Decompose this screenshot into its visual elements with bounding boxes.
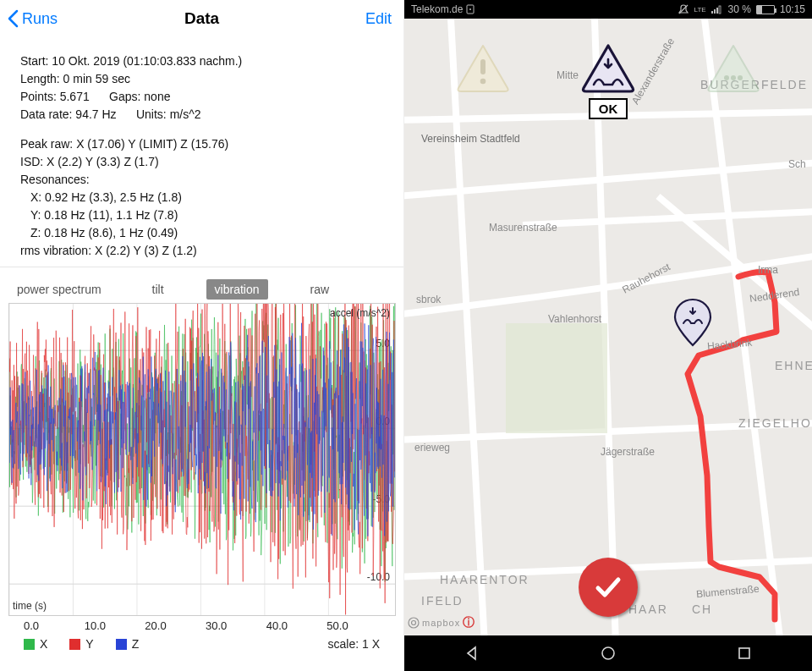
mute-icon xyxy=(678,3,689,15)
svg-point-34 xyxy=(602,647,614,659)
chart-ylabel: accel (m/s^2) xyxy=(330,307,390,319)
map-attribution[interactable]: mapbox ⓘ xyxy=(408,615,475,630)
map-label: EHNE xyxy=(775,359,812,372)
map-canvas[interactable]: BURGERFELDEMitteAlexanderstraßeVereinshe… xyxy=(404,19,812,635)
map-label: sbrok xyxy=(416,294,441,305)
legend-y: Y xyxy=(69,637,93,651)
svg-point-29 xyxy=(724,75,729,80)
info-icon[interactable]: ⓘ xyxy=(463,615,475,630)
svg-point-30 xyxy=(731,75,736,80)
svg-rect-23 xyxy=(480,59,486,74)
route-hazard-pin[interactable] xyxy=(673,298,712,347)
legend-z: Z xyxy=(116,637,140,651)
x-axis-ticks: 0.0 10.0 20.0 30.0 40.0 50.0 xyxy=(8,616,396,632)
svg-rect-20 xyxy=(719,6,721,14)
map-label: Masurenstraße xyxy=(489,222,557,234)
chart-container: accel (m/s^2) time (s) -10.0-5.00.05.0 0… xyxy=(0,303,403,651)
ok-button[interactable]: OK xyxy=(589,98,628,119)
map-label: Jägerstraße xyxy=(601,446,655,458)
svg-rect-17 xyxy=(711,11,713,14)
warning-icon[interactable] xyxy=(455,42,511,93)
data-screen: Runs Data Edit Start: 10 Okt. 2019 (01:1… xyxy=(0,0,404,671)
signal-icon xyxy=(711,4,723,14)
net-label: LTE xyxy=(694,6,706,14)
battery-icon xyxy=(756,5,775,14)
meta-res-y: Y: 0.18 Hz (11), 1.1 Hz (7.8) xyxy=(20,206,383,224)
meta-start: Start: 10 Okt. 2019 (01:10:03.833 nachm.… xyxy=(20,52,383,70)
svg-rect-22 xyxy=(506,323,607,433)
map-screen: Telekom.de LTE 30 % 10:15 xyxy=(404,0,812,671)
map-label: Irma xyxy=(758,264,778,276)
map-label: IFELD xyxy=(421,594,464,608)
edit-button[interactable]: Edit xyxy=(365,0,392,37)
map-label: Vahlenhorst xyxy=(548,313,601,325)
svg-text:-10.0: -10.0 xyxy=(367,571,391,583)
bump-hazard-icon[interactable] xyxy=(580,42,636,93)
run-metadata: Start: 10 Okt. 2019 (01:10:03.833 nachm.… xyxy=(0,37,403,267)
svg-point-24 xyxy=(480,79,486,85)
confirm-button[interactable] xyxy=(579,558,638,617)
map-label: erieweg xyxy=(414,442,450,454)
page-title: Data xyxy=(184,9,219,28)
tab-vibration[interactable]: vibration xyxy=(206,279,268,300)
meta-res-x: X: 0.92 Hz (3.3), 2.5 Hz (1.8) xyxy=(20,189,383,206)
clock: 10:15 xyxy=(780,3,805,15)
map-label: CH xyxy=(692,602,712,616)
svg-point-33 xyxy=(412,621,416,625)
chart-legend: X Y Z scale: 1 X xyxy=(8,632,395,651)
carrier-label: Telekom.de xyxy=(411,3,463,15)
svg-rect-18 xyxy=(714,9,716,14)
meta-isd: ISD: X (2.2) Y (3.3) Z (1.7) xyxy=(20,153,383,171)
svg-point-15 xyxy=(469,8,471,10)
map-label: ZIEGELHO xyxy=(738,416,812,430)
map-label: Sch xyxy=(788,158,806,170)
meta-peak: Peak raw: X (17.06) Y (LIMIT) Z (15.76) xyxy=(20,135,383,153)
map-label: HAAR xyxy=(628,602,668,616)
meta-length: Length: 0 min 59 sec xyxy=(20,70,383,88)
sim-icon xyxy=(466,4,475,14)
chart-xlabel: time (s) xyxy=(13,600,47,612)
meta-points: Points: 5.671 Gaps: none xyxy=(20,88,383,106)
ios-header: Runs Data Edit xyxy=(0,0,403,37)
nav-home-icon[interactable] xyxy=(600,645,617,662)
battery-text: 30 % xyxy=(728,3,751,15)
meta-res-label: Resonances: xyxy=(20,171,383,189)
meta-rate: Data rate: 94.7 Hz Units: m/s^2 xyxy=(20,106,383,124)
mapbox-logo-icon xyxy=(408,617,420,629)
svg-point-31 xyxy=(738,75,743,80)
tab-tilt[interactable]: tilt xyxy=(144,279,173,300)
vibration-chart[interactable]: accel (m/s^2) time (s) -10.0-5.00.05.0 xyxy=(8,303,396,616)
map-label: Vereinsheim Stadtfeld xyxy=(421,133,520,145)
tab-raw[interactable]: raw xyxy=(302,279,338,300)
selected-hazard-group: OK xyxy=(580,42,636,119)
back-label: Runs xyxy=(22,10,58,28)
nav-recent-icon[interactable] xyxy=(736,645,753,662)
svg-rect-19 xyxy=(716,8,718,14)
map-label: HAARENTOR xyxy=(440,573,529,586)
chart-tabs: power spectrum tilt vibration raw xyxy=(0,267,403,303)
more-hazards-icon[interactable] xyxy=(705,42,761,93)
android-status-bar: Telekom.de LTE 30 % 10:15 xyxy=(404,0,812,19)
nav-back-icon[interactable] xyxy=(464,645,480,662)
meta-res-z: Z: 0.18 Hz (8.6), 1 Hz (0.49) xyxy=(20,224,383,242)
android-nav-bar xyxy=(404,635,812,671)
scale-label: scale: 1 X xyxy=(328,637,380,651)
back-button[interactable]: Runs xyxy=(7,0,58,37)
svg-rect-35 xyxy=(739,648,749,658)
legend-x: X xyxy=(24,637,47,651)
svg-point-32 xyxy=(409,618,419,628)
tab-power-spectrum[interactable]: power spectrum xyxy=(8,279,110,300)
meta-rms: rms vibration: X (2.2) Y (3) Z (1.2) xyxy=(20,242,383,260)
